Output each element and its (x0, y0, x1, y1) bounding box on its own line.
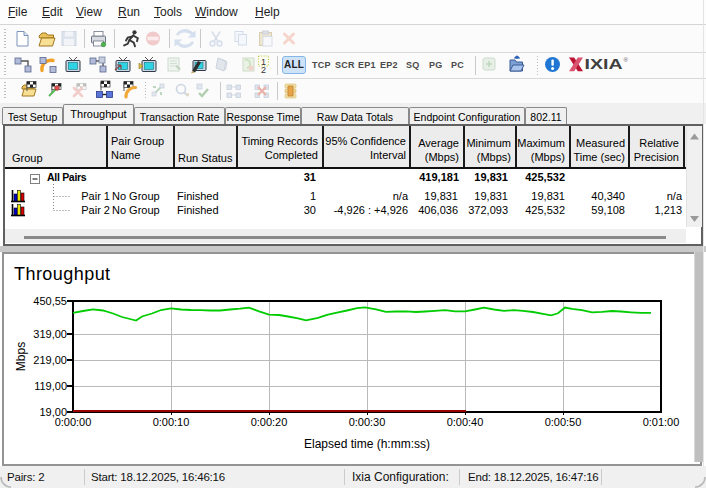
svg-text:2: 2 (261, 65, 266, 75)
svg-text:®: ® (624, 57, 629, 63)
svg-text:IXIA: IXIA (585, 56, 623, 72)
